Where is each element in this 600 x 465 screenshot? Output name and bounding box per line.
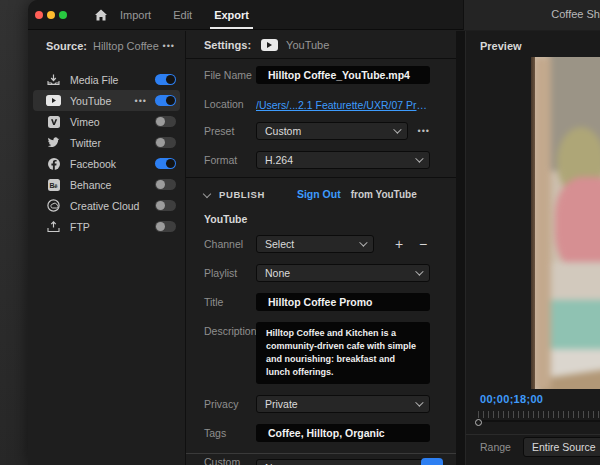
destination-list: Media File YouTube ••• Vimeo — [28, 69, 185, 237]
sidebar-item-label: Media File — [70, 74, 155, 86]
creative-cloud-icon — [46, 200, 61, 212]
playlist-value: None — [265, 267, 290, 279]
project-title: Coffee Sh — [551, 8, 600, 20]
zoom-window-button[interactable] — [59, 11, 67, 19]
sidebar-item-creative-cloud[interactable]: Creative Cloud — [28, 195, 185, 216]
ftp-toggle[interactable] — [155, 221, 176, 232]
window-controls — [35, 11, 67, 19]
sign-out-link[interactable]: Sign Out — [297, 188, 341, 200]
settings-header: Settings: YouTube — [186, 31, 456, 59]
range-row: Range Entire Source — [466, 434, 600, 465]
sidebar-item-label: Vimeo — [70, 116, 155, 128]
playhead-handle[interactable] — [475, 419, 482, 426]
format-label: Format — [204, 151, 256, 169]
vimeo-toggle[interactable] — [155, 116, 176, 127]
channel-dropdown[interactable]: Select — [256, 235, 374, 253]
settings-panel: Settings: YouTube File Name Hilltop Coff… — [186, 31, 456, 465]
custom-thumbnail-label: Custom Thumbnail — [204, 453, 256, 465]
tab-export[interactable]: Export — [214, 0, 249, 30]
playlist-label: Playlist — [204, 264, 256, 282]
preview-label: Preview — [466, 31, 600, 52]
chevron-down-icon — [415, 154, 423, 162]
source-more-icon[interactable]: ••• — [163, 41, 175, 51]
sidebar-item-label: YouTube — [70, 95, 135, 107]
video-preview — [531, 57, 600, 389]
chevron-down-icon — [359, 238, 367, 246]
channel-label: Channel — [204, 235, 256, 253]
location-row: Location /Users/...2.1 Featurette/UXR/07… — [204, 95, 430, 111]
publish-section-header[interactable]: PUBLISH Sign Out from YouTube — [186, 178, 456, 209]
mode-tabs: Import Edit Export — [120, 0, 249, 30]
timecode-display[interactable]: 00;00;18;00 — [480, 393, 543, 405]
location-label: Location — [204, 95, 256, 111]
sidebar-item-label: Creative Cloud — [70, 200, 155, 212]
behance-toggle[interactable] — [155, 179, 176, 190]
sidebar-item-youtube[interactable]: YouTube ••• — [33, 90, 180, 111]
privacy-value: Private — [265, 398, 298, 410]
home-icon[interactable] — [94, 8, 108, 22]
video-title-input[interactable]: Hilltop Coffee Promo — [256, 293, 430, 311]
close-window-button[interactable] — [35, 11, 43, 19]
sidebar-item-label: Behance — [70, 179, 155, 191]
playlist-row: Playlist None — [204, 264, 430, 282]
range-dropdown[interactable]: Entire Source — [523, 437, 600, 457]
preset-value: Custom — [265, 125, 301, 137]
location-link[interactable]: /Users/...2.1 Featurette/UXR/07 Premiere… — [256, 96, 430, 111]
video-frame-image — [531, 57, 600, 389]
format-row: Format H.264 — [204, 151, 430, 169]
playlist-dropdown[interactable]: None — [256, 264, 430, 282]
sidebar-item-ftp[interactable]: FTP — [28, 216, 185, 237]
tags-label: Tags — [204, 424, 256, 442]
panel-divider — [456, 31, 466, 465]
range-label: Range — [480, 441, 511, 453]
twitter-toggle[interactable] — [155, 137, 176, 148]
range-value: Entire Source — [532, 441, 596, 453]
sidebar-item-media-file[interactable]: Media File — [28, 69, 185, 90]
sidebar-item-facebook[interactable]: Facebook — [28, 153, 185, 174]
title-row: Title Hilltop Coffee Promo — [204, 293, 430, 311]
source-value: Hilltop Coffee — [93, 40, 163, 52]
export-button[interactable] — [421, 458, 443, 465]
youtube-more-icon[interactable]: ••• — [135, 96, 147, 106]
description-textarea[interactable]: Hilltop Coffee and Kitchen is a communit… — [256, 322, 430, 384]
file-name-label: File Name — [204, 66, 256, 84]
settings-service-name: YouTube — [286, 39, 329, 51]
titlebar: Import Edit Export Coffee Sh — [28, 0, 600, 30]
media-file-toggle[interactable] — [155, 74, 176, 85]
destinations-sidebar: Source: Hilltop Coffee ••• Media File Y — [28, 31, 186, 465]
minimize-window-button[interactable] — [47, 11, 55, 19]
footer-divider — [186, 453, 456, 454]
app-window: Import Edit Export Coffee Sh Source: Hil… — [28, 0, 600, 465]
youtube-subsection-heading: YouTube — [186, 209, 456, 235]
sidebar-item-label: Twitter — [70, 137, 155, 149]
sidebar-item-vimeo[interactable]: Vimeo — [28, 111, 185, 132]
preset-label: Preset — [204, 122, 256, 140]
preset-row: Preset Custom ••• — [204, 122, 430, 140]
twitter-icon — [46, 137, 61, 149]
preset-dropdown[interactable]: Custom — [256, 122, 408, 140]
preset-more-icon[interactable]: ••• — [418, 126, 430, 136]
vimeo-icon — [46, 116, 61, 128]
custom-thumbnail-dropdown[interactable]: None — [256, 459, 430, 465]
sidebar-item-behance[interactable]: Bē Behance — [28, 174, 185, 195]
creative-cloud-toggle[interactable] — [155, 200, 176, 211]
youtube-toggle[interactable] — [155, 95, 176, 106]
chevron-down-icon — [203, 190, 211, 198]
tags-input[interactable]: Coffee, Hilltop, Organic — [256, 424, 430, 442]
channel-row: Channel Select + − — [204, 235, 430, 253]
privacy-dropdown[interactable]: Private — [256, 395, 430, 413]
sidebar-item-twitter[interactable]: Twitter — [28, 132, 185, 153]
settings-label: Settings: — [204, 39, 251, 51]
add-channel-button[interactable]: + — [392, 237, 406, 251]
media-file-icon — [46, 74, 61, 86]
timeline-ruler[interactable] — [478, 411, 600, 423]
tab-import[interactable]: Import — [120, 0, 151, 30]
file-name-input[interactable]: Hilltop Coffee_YouTube.mp4 — [256, 66, 430, 84]
remove-channel-button[interactable]: − — [416, 237, 430, 251]
tab-edit[interactable]: Edit — [173, 0, 192, 30]
privacy-row: Privacy Private — [204, 395, 430, 413]
facebook-toggle[interactable] — [155, 158, 176, 169]
format-dropdown[interactable]: H.264 — [256, 151, 430, 169]
description-row: Description Hilltop Coffee and Kitchen i… — [204, 322, 430, 384]
channel-value: Select — [265, 238, 294, 250]
